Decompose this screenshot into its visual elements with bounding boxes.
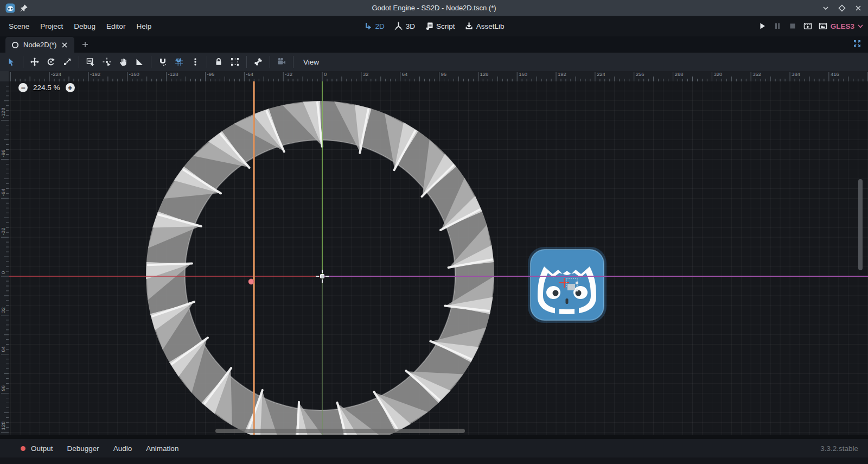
- toolbar-separator: [151, 56, 151, 68]
- smart-snap-tool-button[interactable]: [155, 54, 171, 69]
- control-point-dot[interactable]: [248, 279, 254, 284]
- stop-button[interactable]: [788, 22, 797, 30]
- tab-node2d[interactable]: Node2D(*): [5, 37, 74, 53]
- svg-text:160: 160: [519, 71, 527, 77]
- menu-scene[interactable]: Scene: [3, 20, 35, 33]
- ruler-triangle-icon: [135, 58, 144, 66]
- grid-snap-icon: [175, 58, 183, 66]
- new-tab-button[interactable]: [81, 40, 90, 49]
- ss2d-ring-shape[interactable]: [146, 101, 494, 435]
- vertical-scrollbar[interactable]: [858, 179, 863, 270]
- menu-debug[interactable]: Debug: [68, 20, 101, 33]
- menu-help[interactable]: Help: [131, 20, 157, 33]
- svg-text:-224: -224: [51, 71, 61, 77]
- mode-3d-icon: [394, 22, 403, 30]
- menu-editor[interactable]: Editor: [101, 20, 131, 33]
- group-tool-button[interactable]: [227, 54, 243, 69]
- ruler-triangle-tool-button[interactable]: [131, 54, 148, 69]
- play-button[interactable]: [758, 22, 767, 30]
- bottom-gap: [0, 435, 868, 439]
- editor-mode-switch: 2D3DScriptAssetLib: [364, 22, 505, 30]
- svg-text:96: 96: [0, 385, 6, 391]
- pan-hand-tool-button[interactable]: [115, 54, 131, 69]
- mode-button-2d[interactable]: 2D: [364, 22, 385, 30]
- canvas-toolbar: View: [0, 53, 868, 71]
- list-select-icon: [86, 58, 95, 66]
- mode-label: AssetLib: [476, 22, 505, 30]
- svg-text:-192: -192: [90, 71, 100, 77]
- chevron-down-icon: [856, 22, 865, 30]
- smart-snap-icon: [158, 58, 167, 66]
- svg-text:-64: -64: [0, 189, 6, 196]
- svg-text:320: 320: [713, 71, 722, 77]
- pivot-tool-button[interactable]: [99, 54, 115, 69]
- skeleton-bone-icon: [254, 58, 263, 66]
- pivot-icon: [103, 58, 111, 66]
- scale-tool-button[interactable]: [59, 54, 75, 69]
- select-arrow-tool-button[interactable]: [3, 54, 20, 69]
- godot-editor-window: Godot Engine - SS2D - Node2D.tscn (*) Sc…: [0, 0, 868, 464]
- svg-text:416: 416: [831, 71, 839, 77]
- svg-text:256: 256: [636, 71, 644, 77]
- move-tool-button[interactable]: [27, 54, 43, 69]
- vertical-ruler: -128-96-64-320326496128: [0, 81, 9, 435]
- view-menu-button[interactable]: View: [297, 58, 326, 66]
- menu-project[interactable]: Project: [35, 20, 68, 33]
- ruler-corner: [0, 71, 9, 81]
- rotate-tool-button[interactable]: [43, 54, 59, 69]
- camera-tool-button[interactable]: [273, 54, 290, 69]
- mode-button-assetlib[interactable]: AssetLib: [465, 22, 505, 30]
- node2d-icon: [11, 41, 20, 49]
- menu-bar: SceneProjectDebugEditorHelp 2D3DScriptAs…: [0, 16, 868, 36]
- renderer-selector[interactable]: GLES3: [831, 22, 865, 30]
- output-activity-dot: [21, 446, 25, 451]
- svg-text:0: 0: [0, 271, 6, 274]
- bottom-panel-debugger[interactable]: Debugger: [67, 444, 99, 453]
- skeleton-bone-tool-button[interactable]: [250, 54, 266, 69]
- svg-text:32: 32: [363, 71, 369, 77]
- ruler-row: -224-192-160-128-96-64-32032649612816019…: [0, 71, 868, 81]
- svg-text:64: 64: [0, 346, 6, 352]
- zoom-in-button[interactable]: +: [66, 83, 75, 92]
- godot-logo-icon: [5, 3, 15, 13]
- mode-button-3d[interactable]: 3D: [394, 22, 415, 30]
- title-bar: Godot Engine - SS2D - Node2D.tscn (*): [0, 0, 868, 16]
- svg-text:-64: -64: [246, 71, 253, 77]
- svg-text:-96: -96: [207, 71, 215, 77]
- svg-text:0: 0: [324, 71, 327, 77]
- pause-button[interactable]: [773, 22, 782, 30]
- svg-text:32: 32: [0, 307, 6, 313]
- snap-options-tool-button[interactable]: [187, 54, 203, 69]
- lock-tool-button[interactable]: [210, 54, 227, 69]
- bottom-panel-audio[interactable]: Audio: [113, 444, 132, 453]
- mode-button-script[interactable]: Script: [425, 22, 455, 30]
- group-icon: [231, 58, 239, 66]
- close-icon[interactable]: [60, 41, 69, 49]
- snap-options-icon: [191, 58, 200, 66]
- zoom-out-button[interactable]: −: [18, 83, 28, 92]
- scene-tab-bar: Node2D(*): [0, 36, 868, 53]
- pin-icon[interactable]: [20, 4, 28, 12]
- godot-icon-sprite[interactable]: [528, 247, 607, 323]
- window-minimize-button[interactable]: [821, 4, 830, 12]
- list-select-tool-button[interactable]: [82, 54, 99, 69]
- zoom-level: 224.5 %: [33, 84, 60, 92]
- window-maximize-button[interactable]: [838, 4, 846, 12]
- window-close-button[interactable]: [854, 4, 863, 12]
- lock-icon: [214, 58, 223, 66]
- bottom-panel-output[interactable]: Output: [31, 444, 53, 453]
- rotate-icon: [47, 58, 55, 66]
- svg-text:384: 384: [792, 71, 800, 77]
- engine-version: 3.3.2.stable: [820, 444, 858, 453]
- bottom-panel-animation[interactable]: Animation: [146, 444, 178, 453]
- mode-label: 3D: [406, 22, 415, 30]
- horizontal-scrollbar[interactable]: [215, 429, 465, 433]
- toolbar-separator: [207, 56, 207, 68]
- play-custom-scene-button[interactable]: [819, 22, 827, 30]
- 2d-viewport[interactable]: − 224.5 % +: [9, 81, 868, 435]
- expand-arrows-icon[interactable]: [853, 39, 861, 48]
- bottom-panel-bar: OutputDebuggerAudioAnimation 3.3.2.stabl…: [0, 439, 868, 457]
- grid-snap-tool-button[interactable]: [171, 54, 187, 69]
- pan-hand-icon: [119, 58, 127, 66]
- play-scene-button[interactable]: [803, 22, 812, 30]
